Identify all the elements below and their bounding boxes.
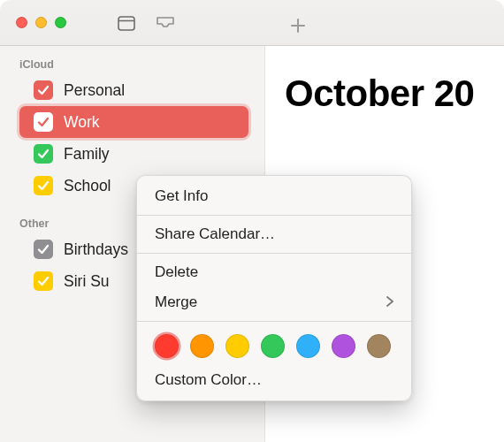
context-menu: Get Info Share Calendar… Delete Merge	[136, 175, 412, 401]
menu-separator	[137, 215, 411, 216]
checkbox[interactable]	[34, 176, 53, 195]
menu-color-row	[137, 325, 411, 365]
sidebar-item-label: Personal	[64, 81, 125, 100]
check-icon	[37, 116, 50, 128]
check-icon	[37, 148, 50, 160]
checkbox[interactable]	[34, 240, 53, 259]
tray-icon	[156, 16, 175, 30]
checkbox[interactable]	[34, 112, 53, 132]
app-window: iCloud Personal Work Family	[0, 0, 504, 442]
menu-item-label: Merge	[155, 293, 197, 311]
calendars-toggle-button[interactable]	[111, 11, 142, 35]
titlebar	[0, 0, 504, 46]
menu-item-label: Delete	[155, 263, 198, 281]
sidebar-item-label: Siri Su	[64, 272, 110, 291]
window-body: iCloud Personal Work Family	[0, 46, 504, 442]
menu-item-custom-color[interactable]: Custom Color…	[137, 365, 411, 395]
sidebar-item-personal[interactable]: Personal	[0, 74, 264, 106]
menu-item-label: Custom Color…	[155, 371, 262, 389]
inbox-button[interactable]	[149, 11, 181, 35]
color-swatch-red[interactable]	[155, 334, 179, 358]
checkbox[interactable]	[34, 271, 53, 291]
calendar-icon	[118, 15, 135, 31]
color-swatch-blue[interactable]	[296, 334, 320, 358]
add-event-button[interactable]	[285, 12, 311, 39]
color-swatch-orange[interactable]	[190, 334, 214, 358]
chevron-right-icon	[386, 293, 393, 311]
sidebar-item-label: Work	[64, 113, 100, 132]
svg-rect-0	[118, 17, 134, 30]
check-icon	[37, 243, 50, 255]
window-zoom-button[interactable]	[55, 17, 66, 28]
plus-icon	[289, 17, 307, 34]
menu-item-get-info[interactable]: Get Info	[137, 181, 411, 211]
check-icon	[37, 84, 50, 96]
check-icon	[37, 275, 50, 287]
traffic-lights	[16, 17, 66, 28]
color-swatch-brown[interactable]	[367, 334, 391, 358]
sidebar-item-label: School	[64, 177, 111, 195]
color-swatch-purple[interactable]	[332, 334, 355, 358]
window-close-button[interactable]	[16, 17, 27, 28]
checkbox[interactable]	[34, 80, 53, 100]
menu-item-label: Share Calendar…	[155, 225, 275, 243]
check-icon	[37, 179, 50, 192]
menu-separator	[137, 321, 411, 322]
menu-item-label: Get Info	[155, 187, 208, 205]
menu-item-share-calendar[interactable]: Share Calendar…	[137, 219, 411, 249]
color-swatch-green[interactable]	[261, 334, 285, 358]
month-title: October 20	[285, 72, 474, 115]
menu-item-delete[interactable]: Delete	[137, 257, 411, 287]
menu-separator	[137, 253, 411, 254]
sidebar-item-label: Birthdays	[64, 240, 128, 259]
sidebar-section-label: iCloud	[0, 55, 264, 74]
sidebar-item-family[interactable]: Family	[0, 138, 264, 170]
sidebar-item-work[interactable]: Work	[19, 106, 248, 138]
color-swatch-yellow[interactable]	[225, 334, 249, 358]
sidebar-item-label: Family	[64, 145, 110, 164]
menu-item-merge[interactable]: Merge	[137, 287, 411, 317]
window-minimize-button[interactable]	[35, 17, 47, 28]
checkbox[interactable]	[34, 144, 53, 164]
